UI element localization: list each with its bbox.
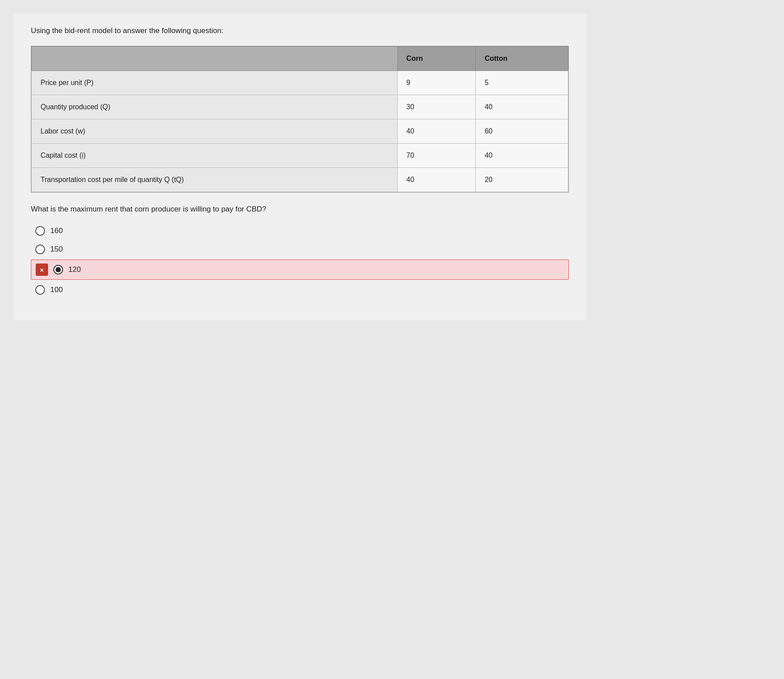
- option-label: 100: [50, 286, 63, 294]
- header-label-col: [32, 47, 398, 71]
- table-row: Capital cost (i)7040: [32, 144, 568, 168]
- table-row: Quantity produced (Q)3040: [32, 95, 568, 119]
- wrong-icon: ×: [36, 263, 48, 276]
- header-corn: Corn: [397, 47, 476, 71]
- table-row: Price per unit (P)95: [32, 71, 568, 95]
- radio-circle[interactable]: [35, 226, 45, 236]
- row-label: Price per unit (P): [32, 71, 398, 95]
- option-item[interactable]: ×120: [31, 260, 569, 280]
- radio-circle[interactable]: [35, 285, 45, 295]
- option-label: 120: [68, 265, 81, 274]
- row-corn-value: 40: [397, 168, 476, 192]
- table-header-row: Corn Cotton: [32, 47, 568, 71]
- page-container: Using the bid-rent model to answer the f…: [13, 13, 586, 320]
- row-cotton-value: 40: [476, 144, 568, 168]
- row-label: Quantity produced (Q): [32, 95, 398, 119]
- table-row: Transportation cost per mile of quantity…: [32, 168, 568, 192]
- row-cotton-value: 60: [476, 119, 568, 144]
- row-corn-value: 30: [397, 95, 476, 119]
- option-item[interactable]: 150: [31, 241, 569, 258]
- row-corn-value: 40: [397, 119, 476, 144]
- row-label: Capital cost (i): [32, 144, 398, 168]
- options-list: 160150×120100: [31, 223, 569, 298]
- row-cotton-value: 5: [476, 71, 568, 95]
- data-table: Corn Cotton Price per unit (P)95Quantity…: [31, 46, 568, 192]
- option-label: 160: [50, 226, 63, 235]
- question-title: Using the bid-rent model to answer the f…: [31, 26, 569, 35]
- row-label: Transportation cost per mile of quantity…: [32, 168, 398, 192]
- option-item[interactable]: 160: [31, 223, 569, 239]
- row-corn-value: 70: [397, 144, 476, 168]
- row-cotton-value: 40: [476, 95, 568, 119]
- row-corn-value: 9: [397, 71, 476, 95]
- radio-circle[interactable]: [53, 265, 63, 275]
- table-wrapper: Corn Cotton Price per unit (P)95Quantity…: [31, 46, 569, 193]
- option-item[interactable]: 100: [31, 282, 569, 298]
- table-row: Labor cost (w)4060: [32, 119, 568, 144]
- sub-question: What is the maximum rent that corn produ…: [31, 205, 569, 214]
- radio-circle[interactable]: [35, 245, 45, 254]
- option-label: 150: [50, 245, 63, 254]
- row-cotton-value: 20: [476, 168, 568, 192]
- row-label: Labor cost (w): [32, 119, 398, 144]
- header-cotton: Cotton: [476, 47, 568, 71]
